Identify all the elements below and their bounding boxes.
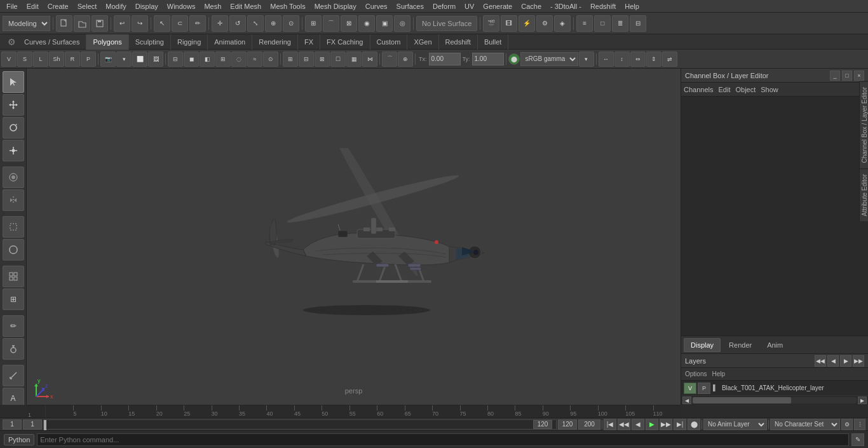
wireframe-button[interactable]: ⊟ [168,51,183,67]
layer-prev-btn[interactable]: ◀◀ [815,355,826,367]
depth-button[interactable]: ⊙ [263,51,278,67]
lasso-select-button[interactable]: ⊂ [172,15,188,32]
tab-fx-caching[interactable]: FX Caching [320,34,370,50]
panels-button[interactable]: P [81,51,96,67]
frame-start-input[interactable] [3,419,22,430]
distribute-button[interactable]: ⇌ [662,51,677,67]
channels-menu[interactable]: Channels [684,86,713,93]
viewport[interactable]: persp x y z [27,69,681,405]
show-button[interactable]: Sh [49,51,64,67]
gamma-dropdown[interactable]: sRGB gamma [520,52,578,66]
annotation-left[interactable]: A [3,388,24,405]
menu-generate[interactable]: Generate [479,1,516,11]
anim-tab[interactable]: Anim [760,338,790,352]
tab-rendering[interactable]: Rendering [252,34,298,50]
isolate-button[interactable]: ☐ [330,51,346,67]
scale-tool-left[interactable] [3,140,24,161]
layer-row[interactable]: V P ▌ Black_T001_ATAK_Helicopter_layer [681,381,868,396]
render-seq-button[interactable]: 🎞 [501,15,517,32]
film-gate-button[interactable]: ⬜ [132,51,147,67]
python-script-editor-btn[interactable]: ✎ [851,433,864,446]
tab-polygons[interactable]: Polygons [86,34,128,50]
goto-start-btn[interactable]: |◀ [604,419,616,430]
camera-selection-button[interactable]: 📷 [100,51,116,67]
save-scene-button[interactable] [92,15,108,32]
rect-select-left[interactable] [3,216,24,238]
step-back-btn[interactable]: ◀◀ [618,419,630,430]
attr-button[interactable]: ≣ [612,15,628,32]
attribute-editor-side-tab[interactable]: Attribute Editor [860,168,868,221]
display-tab[interactable]: Display [684,338,721,352]
channel-box-maximize[interactable]: □ [842,71,852,81]
custom-poly-button[interactable]: ▦ [346,51,362,67]
snap-grid-button[interactable]: ⊞ [305,15,322,32]
range-end-input[interactable] [533,420,552,429]
play-back-btn[interactable]: ◀ [632,419,644,430]
lighting-button[interactable]: L [33,51,48,67]
timeline-playhead[interactable] [44,420,46,430]
layers-scrollbar[interactable]: ◀ ▶ [681,396,868,405]
cb-button[interactable]: □ [594,15,611,32]
open-scene-button[interactable] [74,15,90,32]
soft-mod-button[interactable]: ⊙ [283,15,299,32]
align-button-3[interactable]: ⇔ [630,51,646,67]
channel-box-side-tab[interactable]: Channel Box / Layer Editor [860,81,868,168]
undo-button[interactable]: ↩ [114,15,130,32]
scale-tool-button[interactable]: ⤡ [247,15,264,32]
redo-button[interactable]: ↪ [132,15,148,32]
menu-surfaces[interactable]: Surfaces [393,1,428,11]
soft-select-left[interactable] [3,166,24,188]
tab-settings-button[interactable]: ⚙ [5,36,18,48]
menu-file[interactable]: File [3,1,22,11]
snap-proj-button[interactable]: ◉ [358,15,375,32]
char-set-settings-btn[interactable]: ⚙ [841,419,853,430]
object-menu[interactable]: Object [735,86,756,93]
menu-edit[interactable]: Edit [23,1,43,11]
timeline-slider-track[interactable] [43,419,557,430]
scroll-right-btn[interactable]: ▶ [858,397,867,404]
python-input[interactable] [37,433,849,446]
universal-manip-button[interactable]: ⊕ [265,15,281,32]
outliner-button[interactable]: ≡ [576,15,593,32]
step-forward-btn[interactable]: ▶▶ [660,419,672,430]
tab-curves-surfaces[interactable]: Curves / Surfaces [18,34,86,50]
gamma-indicator[interactable]: ⬤ [508,53,520,65]
menu-create[interactable]: Create [44,1,72,11]
layer-visibility-button[interactable]: V [684,383,696,394]
image-plane-button[interactable]: 🖼 [148,51,163,67]
hardware-texture-button[interactable]: ⊞ [215,51,231,67]
nurbs-button[interactable]: ⌒ [382,51,397,67]
select-tool-left[interactable] [3,71,24,93]
tab-sculpting[interactable]: Sculpting [129,34,171,50]
align-button-2[interactable]: ↕ [614,51,630,67]
flat-shade-button[interactable]: ◧ [200,51,215,67]
translate-x-input[interactable] [429,53,461,65]
smooth-shade-button[interactable]: ◼ [184,51,199,67]
menu-3dtool[interactable]: - 3DtoAll - [546,1,585,11]
snap-live-button[interactable]: ◎ [394,15,410,32]
hud-button[interactable]: ⊟ [299,51,314,67]
align-button-4[interactable]: ⇕ [646,51,661,67]
snap-together-left[interactable]: ⊞ [3,288,24,310]
no-live-surface-button[interactable]: No Live Surface [416,16,477,31]
camera-menu-button[interactable]: ▾ [116,51,132,67]
channel-box-close[interactable]: × [854,71,864,81]
menu-uv[interactable]: UV [461,1,478,11]
paint-select-button[interactable]: ✏ [189,15,206,32]
rotate-tool-button[interactable]: ↺ [229,15,246,32]
character-set-dropdown[interactable]: No Character Set [770,419,840,430]
render-settings-button[interactable]: ⚙ [536,15,553,32]
symmetry-left[interactable] [3,189,24,211]
new-scene-button[interactable] [56,15,72,32]
layers-scrollbar-thumb[interactable] [693,397,791,404]
menu-mesh-display[interactable]: Mesh Display [311,1,360,11]
render-current-button[interactable]: 🎬 [483,15,499,32]
crease-button[interactable]: ⋈ [362,51,377,67]
layer-last-btn[interactable]: ▶▶ [853,355,864,367]
lasso-select-left[interactable] [3,239,24,261]
menu-display[interactable]: Display [132,1,162,11]
grid-toggle-button[interactable]: ⊞ [283,51,298,67]
view-menu-button[interactable]: V [1,51,17,67]
anim-layer-dropdown[interactable]: No Anim Layer [703,419,767,430]
menu-cache[interactable]: Cache [517,1,545,11]
